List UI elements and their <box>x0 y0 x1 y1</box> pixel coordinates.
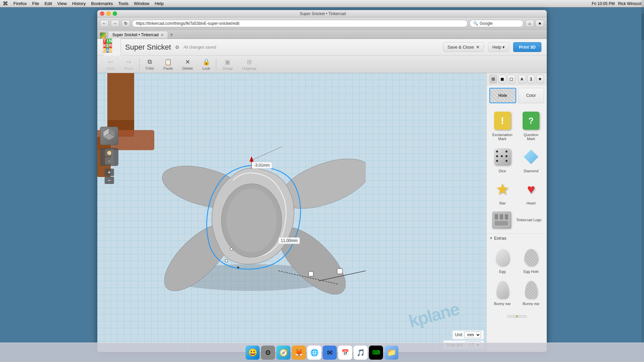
shape-diamond[interactable]: Diamond <box>518 145 544 174</box>
flat-view-button[interactable]: ⊞ <box>489 75 497 83</box>
dock-itunes[interactable]: 🎵 <box>354 346 368 360</box>
url-bar[interactable]: https://tinkercad.com/things/fkiTa53blvE… <box>132 20 468 27</box>
tinkercad-logo-label: Tinkercad Logo <box>516 218 541 222</box>
shape-bunny-ear[interactable]: Bunny ear <box>489 278 516 307</box>
egg-hole-shape <box>524 249 538 266</box>
help-button[interactable]: Help ▾ <box>488 42 509 52</box>
shape-dice[interactable]: Dice <box>489 145 516 174</box>
svg-rect-25 <box>495 214 498 220</box>
menubar: ⌘ Firefox File Edit View History Bookmar… <box>0 0 644 7</box>
shape-egg[interactable]: Egg <box>489 245 516 275</box>
menu-window[interactable]: Window <box>134 1 149 6</box>
canvas-area[interactable]: kplane <box>97 73 486 352</box>
nav-home[interactable]: ⌂ <box>105 157 114 165</box>
search-bar[interactable]: 🔍 Google <box>470 20 523 27</box>
app-content: T I N K E R C A D Super Snicket ⚙ All ch… <box>97 39 547 352</box>
shape-tinkercad-logo[interactable]: Tinkercad Logo <box>489 208 544 232</box>
menu-history[interactable]: History <box>72 1 86 6</box>
tab-tinkercad[interactable]: Super Snicket • Tinkercad ✕ <box>108 31 168 39</box>
copy-button[interactable]: ⧉ Copy <box>141 57 159 71</box>
dock-folder[interactable]: 📁 <box>384 346 398 360</box>
tinkercad-logo-preview <box>491 209 512 231</box>
dock-calendar[interactable]: 📅 <box>338 346 352 360</box>
menu-file[interactable]: File <box>32 1 39 6</box>
bunny-ear-preview <box>492 279 513 300</box>
minimize-window-button[interactable] <box>106 11 111 16</box>
dock-firefox[interactable]: 🦊 <box>292 346 306 360</box>
tinkercad-logo[interactable]: T I N K E R C A D <box>103 38 121 56</box>
paste-button[interactable]: 📋 Paste <box>159 57 177 72</box>
bunny-ear-shape <box>496 281 508 298</box>
shape-star[interactable]: ★ Star <box>489 177 516 206</box>
ungroup-button[interactable]: ⊞ Ungroup <box>237 57 261 72</box>
svg-rect-17 <box>309 272 313 276</box>
question-label: Question Mark <box>520 133 543 141</box>
menubar-time: Fri 10:05 PM <box>592 1 615 6</box>
view-cube[interactable] <box>100 127 118 145</box>
dice-label: Dice <box>499 169 506 173</box>
extras-label: Extras <box>494 236 506 241</box>
menu-bookmarks[interactable]: Bookmarks <box>91 1 113 6</box>
zoom-out-button[interactable]: − <box>105 177 114 184</box>
project-title: Super Snicket <box>125 43 171 52</box>
zoom-in-button[interactable]: + <box>105 169 114 176</box>
egg-label: Egg <box>499 269 506 274</box>
tab-close-button[interactable]: ✕ <box>161 33 164 37</box>
bunny-ear-hole-label: Bunny ear <box>523 302 539 306</box>
menu-firefox[interactable]: Firefox <box>13 1 27 6</box>
home-button[interactable]: ⌂ <box>525 20 534 27</box>
nav-compass[interactable]: 🧭 <box>105 149 114 157</box>
shape-heart[interactable]: ♥ Heart <box>518 177 544 206</box>
dock-chrome[interactable]: 🌐 <box>307 346 321 360</box>
lock-button[interactable]: 🔒 Lock <box>198 57 215 72</box>
save-close-button[interactable]: Save & Close ✕ <box>443 42 484 52</box>
delete-button[interactable]: ✕ Delete <box>177 57 198 72</box>
maximize-window-button[interactable] <box>113 11 117 16</box>
wireframe-view-button[interactable]: ◻ <box>507 75 515 83</box>
text-view-button[interactable]: A <box>518 75 526 83</box>
new-tab-button[interactable]: + <box>168 31 175 39</box>
tab-label: Super Snicket • Tinkercad <box>112 33 159 37</box>
close-window-button[interactable] <box>100 11 104 16</box>
dock-finder[interactable]: 😀 <box>246 346 260 360</box>
menu-view[interactable]: View <box>57 1 67 6</box>
diamond-label: Diamond <box>524 169 538 173</box>
dock-terminal[interactable]: ⌨ <box>369 346 383 360</box>
solid-view-button[interactable]: ◼ <box>498 75 506 83</box>
shape-bunny-ear-hole[interactable]: Bunny ear <box>518 278 544 307</box>
group-button[interactable]: ▣ Group <box>218 57 237 72</box>
number-view-button[interactable]: 1 <box>527 75 535 83</box>
dice-preview <box>492 146 513 168</box>
forward-button[interactable]: → <box>111 20 119 27</box>
extras-section-header[interactable]: ▼ Extras <box>487 233 547 243</box>
browser-window: Super Snicket • Tinkercad ← → ↻ https://… <box>97 10 547 352</box>
dock-mail[interactable]: ✉ <box>323 346 337 360</box>
dock-system-prefs[interactable]: ⚙ <box>261 346 275 360</box>
tab-bar: Super Snicket • Tinkercad ✕ + <box>97 29 547 39</box>
bunny-ear-label: Bunny ear <box>494 302 511 306</box>
main-area: kplane <box>97 73 547 352</box>
shape-question-mark[interactable]: ? Question Mark <box>518 109 544 142</box>
tinkercad-logo-shape <box>492 212 511 228</box>
extras-grid: Egg Egg Hole <box>489 244 544 308</box>
menu-edit[interactable]: Edit <box>45 1 52 6</box>
shape-egg-hole[interactable]: Egg Hole <box>518 245 544 275</box>
bunny-ear-hole-shape <box>525 281 537 298</box>
settings-icon[interactable]: ⚙ <box>175 45 179 50</box>
shape-exclamation-mark[interactable]: ! Exclamation Mark <box>489 109 516 142</box>
redo-button[interactable]: ↪ Redo <box>119 57 138 72</box>
color-button[interactable]: Color <box>518 88 544 103</box>
dock-safari[interactable]: 🧭 <box>276 346 290 360</box>
menu-help[interactable]: Help <box>155 1 164 6</box>
unit-select[interactable]: mm in <box>464 331 481 338</box>
apple-menu[interactable]: ⌘ <box>3 0 8 7</box>
undo-button[interactable]: ↩ Undo <box>101 57 119 72</box>
bookmarks-button[interactable]: ★ <box>535 20 544 27</box>
reload-button[interactable]: ↻ <box>121 20 130 27</box>
back-button[interactable]: ← <box>100 20 109 27</box>
print3d-button[interactable]: Print 3D <box>513 42 541 52</box>
hole-button[interactable]: Hole <box>489 88 516 103</box>
menu-tools[interactable]: Tools <box>118 1 128 6</box>
star-view-button[interactable]: ★ <box>536 75 544 83</box>
svg-rect-28 <box>495 221 508 226</box>
